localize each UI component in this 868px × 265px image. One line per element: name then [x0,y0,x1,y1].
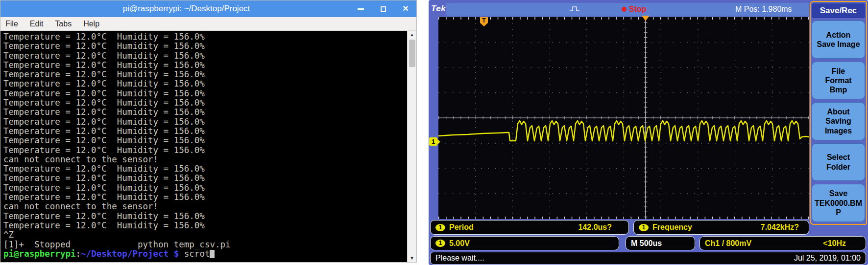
softkey-button[interactable]: About Saving Images [812,102,865,140]
menu-item[interactable]: Tabs [55,20,72,28]
terminal-line: Temperature = 12.0°C Humidity = 156.0% [3,174,406,183]
softkey-button[interactable]: Save TEK0000.BMP [812,184,865,222]
terminal-line: Temperature = 12.0°C Humidity = 156.0% [3,127,406,136]
terminal-line: ^Z [3,230,406,240]
trigger-readout-box: Ch1 / 800mV <10Hz [699,236,866,250]
period-label: Period [449,223,474,232]
timebase-box: M 500us [626,236,695,250]
prompt-colon: : [76,249,81,259]
menu-item[interactable]: Help [83,20,99,28]
channel-1-badge: 1 [639,224,649,231]
scroll-down-icon[interactable]: ▼ [410,254,414,262]
scrollbar[interactable]: ▲ ▼ [407,31,416,262]
scope-top-bar: Stop M Pos: 1.980ms [446,3,809,16]
period-measurement-box: 1 Period 142.0us? [430,220,629,235]
maximize-button[interactable] [379,5,387,13]
terminal-line: Temperature = 12.0°C Humidity = 156.0% [3,79,406,88]
minimize-button[interactable] [357,5,364,13]
terminal-line: Temperature = 12.0°C Humidity = 156.0% [3,146,406,155]
channel-1-badge: 1 [429,137,437,146]
terminal-line: Temperature = 12.0°C Humidity = 156.0% [3,61,406,70]
channel-1-scale: 5.00V [449,239,470,248]
frequency-measurement-box: 1 Frequency 7.042kHz? [633,220,809,235]
menu-item[interactable]: Edit [30,20,44,28]
terminal-line: can not connect to the sensor! [3,155,406,164]
terminal-line: can not connect to the sensor! [3,202,406,211]
terminal-lines: Temperature = 12.0°C Humidity = 156.0%Te… [0,31,416,249]
terminal-line: Temperature = 12.0°C Humidity = 156.0% [3,183,406,193]
terminal-output-area[interactable]: Temperature = 12.0°C Humidity = 156.0%Te… [0,31,416,262]
waveform-trace [438,121,809,141]
channel-1-badge: 1 [435,240,445,247]
minimize-icon [358,8,364,10]
status-message: Please wait.... [435,254,484,263]
channel-1-badge: 1 [435,224,445,231]
channel-arrow-icon [437,139,440,144]
terminal-line: Temperature = 12.0°C Humidity = 156.0% [3,51,406,61]
softkey-menu: Save/Rec Action Save ImageFile Format Bm… [810,1,867,225]
trigger-source-level: Ch1 / 800mV [705,239,751,248]
close-button[interactable]: ✕ [402,5,410,13]
graticule-area: T [438,17,809,219]
softkey-button[interactable]: Select Folder [812,143,865,181]
terminal-line: Temperature = 12.0°C Humidity = 156.0% [3,212,406,221]
acquisition-status: Stop [622,5,647,14]
trigger-mode-icon [570,5,580,14]
softkey-button[interactable]: Action Save Image [812,21,865,59]
terminal-line: Temperature = 12.0°C Humidity = 156.0% [3,193,406,202]
terminal-line: Temperature = 12.0°C Humidity = 156.0% [3,89,406,98]
frequency-label: Frequency [652,223,692,232]
maximize-icon [381,6,386,12]
scroll-up-icon[interactable]: ▲ [410,31,414,39]
status-bar: Please wait.... Jul 25, 2019, 01:00 [430,252,866,265]
terminal-line: Temperature = 12.0°C Humidity = 156.0% [3,70,406,79]
channel-scale-box: 1 5.00V [430,236,619,250]
stop-label: Stop [629,5,647,14]
timebase-readout: M 500us [631,239,662,248]
terminal-title: pi@raspberrypi: ~/Desktop/Project [0,4,372,14]
prompt-line: pi@raspberrypi:~/Desktop/Project $ scrot [0,249,416,259]
terminal-line: Temperature = 12.0°C Humidity = 156.0% [3,164,406,174]
trigger-position-marker-icon [642,16,650,21]
tek-logo: Tek [431,4,446,14]
prompt-user: pi@raspberrypi [3,249,76,259]
prompt-dollar: $ [169,249,184,259]
terminal-menubar: FileEditTabsHelp [0,17,416,31]
close-icon: ✕ [402,5,409,13]
channel-1-marker: 1 [429,137,440,146]
text-cursor [210,250,215,258]
softkey-button[interactable]: File Format Bmp [812,62,865,100]
period-value: 142.0us? [579,223,612,232]
oscilloscope-screen: Tek Stop M Pos: 1.980ms T [429,0,868,265]
terminal-line: Temperature = 12.0°C Humidity = 156.0% [3,117,406,127]
terminal-line: Temperature = 12.0°C Humidity = 156.0% [3,136,406,145]
terminal-titlebar[interactable]: pi@raspberrypi: ~/Desktop/Project ✕ [0,0,416,17]
terminal-line: Temperature = 12.0°C Humidity = 156.0% [3,98,406,108]
datetime: Jul 25, 2019, 01:00 [794,254,861,263]
menu-item[interactable]: File [5,20,18,28]
terminal-line: Temperature = 12.0°C Humidity = 156.0% [3,221,406,230]
terminal-line: [1]+ Stopped python temp_csv.pi [3,240,406,249]
scrollbar-thumb[interactable] [409,40,415,67]
softkey-list: Action Save ImageFile Format BmpAbout Sa… [812,21,865,222]
horizontal-position-readout: M Pos: 1.980ms [735,5,792,14]
window-controls: ✕ [357,0,410,17]
waveform-display [438,17,809,219]
terminal-window: pi@raspberrypi: ~/Desktop/Project ✕ File… [0,0,417,263]
trigger-frequency: <10Hz [823,239,846,248]
menu-title: Save/Rec [812,3,865,18]
prompt-path: ~/Desktop/Project [81,249,169,259]
terminal-line: Temperature = 12.0°C Humidity = 156.0% [3,32,406,42]
stop-dot-icon [622,7,627,12]
prompt-command: scrot [184,249,210,259]
terminal-line: Temperature = 12.0°C Humidity = 156.0% [3,108,406,117]
terminal-line: Temperature = 12.0°C Humidity = 156.0% [3,42,406,51]
frequency-value: 7.042kHz? [761,223,799,232]
